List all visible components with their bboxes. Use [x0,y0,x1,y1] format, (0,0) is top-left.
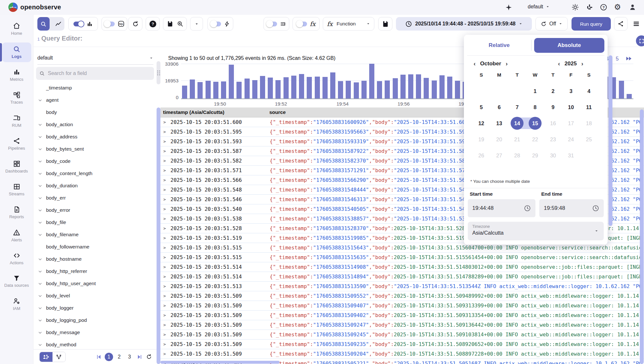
column-source[interactable]: source [267,109,286,115]
chevron-down-icon[interactable] [38,220,44,225]
histogram-bar[interactable] [385,80,390,98]
table-row[interactable]: >2025-10-15 20:03:51.514{"_timestamp":"1… [160,272,644,282]
histogram-bar[interactable] [627,94,632,98]
field-item-agent[interactable]: agent [34,94,153,106]
table-row[interactable]: >2025-10-15 20:03:51.509{"_timestamp":"1… [160,330,644,340]
row-expand-icon[interactable]: > [160,274,170,279]
sidebar-item-alerts[interactable]: Alerts [2,226,31,246]
page-1[interactable]: 1 [105,353,113,361]
field-item-body_http_user_agent[interactable]: body_http_user_agent [34,277,153,290]
field-item-body_message[interactable]: body_message [34,326,153,339]
histogram-bar[interactable] [268,78,273,98]
field-item-body_logging_pod[interactable]: body_logging_pod [34,314,153,326]
histogram-bar[interactable] [416,74,421,98]
histogram-bar[interactable] [197,82,203,98]
sidebar-item-iam[interactable]: IAM [2,294,31,314]
chevron-down-icon[interactable] [38,233,44,237]
schema-only-button[interactable] [53,352,65,362]
row-expand-icon[interactable]: > [160,168,170,173]
tab-absolute[interactable]: Absolute [534,38,604,53]
histogram-bar[interactable] [338,81,343,98]
sidebar-item-home[interactable]: Home [2,19,31,39]
chevron-down-icon[interactable] [38,306,44,310]
row-expand-icon[interactable]: > [160,322,170,327]
row-expand-icon[interactable]: > [160,226,170,231]
field-item-body_http_referrer[interactable]: body_http_referrer [34,265,153,277]
histogram-bar[interactable] [307,77,312,98]
menu-button[interactable] [630,17,642,31]
chevron-down-icon[interactable] [38,257,44,261]
sidebar-item-dashboards[interactable]: Dashboards [2,157,31,177]
page-3[interactable]: 3 [125,353,134,361]
chevron-down-icon[interactable] [38,196,44,200]
field-item-body[interactable]: body [34,106,153,118]
sidebar-item-actions[interactable]: Actions [2,249,31,268]
histogram-bar[interactable] [213,82,218,98]
page-2[interactable]: 2 [115,353,123,361]
field-item-body_address[interactable]: body_address [34,131,153,143]
chevron-down-icon[interactable] [38,98,44,102]
sidebar-item-reports[interactable]: Reports [2,203,31,222]
row-expand-icon[interactable]: > [160,158,170,163]
chevron-down-icon[interactable] [38,159,44,163]
histogram-bar[interactable] [330,72,335,98]
row-expand-icon[interactable]: > [160,255,170,260]
popup-scrollbar[interactable] [609,55,612,226]
field-item-body_file[interactable]: body_file [34,216,153,229]
next-year-icon[interactable]: › [581,61,583,66]
histogram-bar[interactable] [322,77,328,98]
histogram-bar[interactable] [619,81,624,98]
date-range-picker[interactable]: 2025/10/14 19:44:48 - 2025/10/15 19:59:4… [396,17,532,31]
tab-relative[interactable]: Relative [467,42,531,49]
table-row[interactable]: >2025-10-15 20:03:51.509{"_timestamp":"1… [160,311,644,320]
histogram-bar[interactable] [245,79,250,98]
table-row[interactable]: >2025-10-15 20:03:51.514{"_timestamp":"1… [160,262,644,272]
help-icon[interactable]: ? [600,4,607,11]
run-query-button[interactable]: Run query [572,17,611,31]
table-row[interactable]: >2025-10-15 20:03:51.509{"_timestamp":"1… [160,301,644,311]
row-expand-icon[interactable]: > [160,313,170,318]
row-expand-icon[interactable]: > [160,120,170,125]
calendar-day-13[interactable]: 13 [490,115,508,131]
calendar-day-14[interactable]: 14 [508,115,526,131]
chevron-down-icon[interactable] [38,343,44,347]
field-item-body_code[interactable]: body_code [34,155,153,167]
calendar-day-1[interactable]: 1 [526,83,544,99]
calendar-day-6[interactable]: 6 [490,99,508,115]
search-saved-icon[interactable] [177,21,183,27]
histogram-bar[interactable] [377,81,382,98]
next-month-icon[interactable]: › [506,61,508,66]
page-5[interactable]: 5 [616,56,619,62]
chevron-down-icon[interactable] [38,147,44,151]
histogram-toggle[interactable] [73,22,84,26]
table-row[interactable]: >2025-10-15 20:03:51.509{"_timestamp":"1… [160,320,644,330]
panel-splitter-handle[interactable] [157,61,160,84]
calendar-day-4[interactable]: 4 [580,83,598,99]
histogram-bar[interactable] [206,81,211,98]
field-item-body_error[interactable]: body_error [34,204,153,216]
calendar-day-8[interactable]: 8 [526,99,544,115]
field-item-body_duration[interactable]: body_duration [34,180,153,192]
visualize-mode-button[interactable] [53,17,65,31]
histogram-bar[interactable] [182,86,187,98]
share-button[interactable] [614,17,628,31]
histogram-bar[interactable] [400,75,406,98]
histogram-bar[interactable] [432,80,437,98]
ai-sparkle-icon[interactable] [505,4,512,11]
histogram-bar[interactable] [346,81,351,98]
calendar-day-10[interactable]: 10 [562,99,580,115]
calendar-day-5[interactable]: 5 [472,99,490,115]
wrap-lines-toggle[interactable] [267,22,277,26]
slack-icon[interactable] [586,4,593,11]
histogram-bar[interactable] [393,78,398,98]
row-expand-icon[interactable]: > [160,303,170,308]
table-row[interactable]: >2025-10-15 20:03:51.515{"_timestamp":"1… [160,253,644,262]
settings-gear-icon[interactable]: ⚙ [614,3,621,12]
chevron-down-icon[interactable] [38,331,44,335]
chevron-down-icon[interactable] [38,208,44,212]
panel-splitter-bar[interactable] [157,107,160,364]
save-search-icon[interactable] [167,21,173,27]
histogram-bar[interactable] [260,76,265,98]
histogram-bar[interactable] [190,79,195,98]
table-row[interactable]: >2025-10-15 20:03:51.509{"_timestamp":"1… [160,349,644,359]
